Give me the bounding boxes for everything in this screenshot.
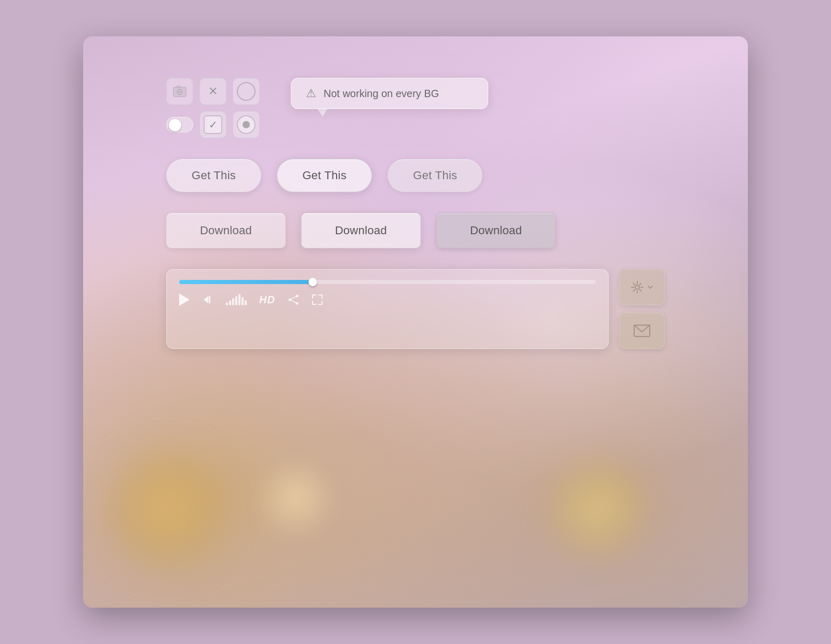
download-buttons-row: Download Download Download <box>166 213 665 248</box>
progress-track[interactable] <box>179 280 596 284</box>
play-button[interactable] <box>179 293 190 306</box>
mail-button[interactable] <box>619 313 665 349</box>
media-side-buttons <box>619 269 665 349</box>
download-button-1[interactable]: Download <box>166 213 286 248</box>
gear-icon <box>631 280 644 294</box>
radio-dot <box>243 121 250 128</box>
svg-line-16 <box>634 284 635 285</box>
svg-rect-2 <box>177 86 181 88</box>
toggle-off-container[interactable] <box>166 111 193 138</box>
get-this-button-2[interactable]: Get This <box>277 159 372 192</box>
x-symbol: ✕ <box>208 85 218 98</box>
volume-button[interactable] <box>202 294 213 305</box>
get-this-button-1[interactable]: Get This <box>166 159 261 192</box>
download-button-3[interactable]: Download <box>436 213 556 248</box>
tooltip-text: Not working on every BG <box>324 88 439 100</box>
svg-point-3 <box>179 91 181 93</box>
checkbox-button[interactable]: ✓ <box>199 111 226 138</box>
chevron-down-icon <box>647 284 653 290</box>
share-button[interactable] <box>288 294 299 305</box>
svg-line-9 <box>290 296 297 300</box>
bokeh-2 <box>540 452 654 566</box>
player-controls: HD <box>179 293 596 306</box>
get-this-buttons-row: Get This Get This Get This <box>166 159 665 192</box>
tooltip-box: ⚠ Not working on every BG <box>291 78 488 109</box>
media-player: HD <box>166 269 609 349</box>
bokeh-1 <box>99 441 234 576</box>
checkmark-symbol: ✓ <box>204 115 222 134</box>
vol-bar-5 <box>238 294 240 305</box>
circle-button[interactable] <box>233 78 260 105</box>
share-icon <box>288 294 299 305</box>
bokeh-3 <box>249 452 343 545</box>
vol-bar-1 <box>226 302 228 305</box>
toggle-knob <box>169 119 181 131</box>
radio-symbol <box>237 115 256 134</box>
vol-bar-3 <box>232 298 234 305</box>
fullscreen-icon <box>312 294 323 305</box>
mail-icon <box>634 325 650 337</box>
svg-rect-5 <box>209 296 210 303</box>
get-this-button-3[interactable]: Get This <box>387 159 482 192</box>
top-row: ✕ ✓ <box>166 78 665 138</box>
svg-line-19 <box>640 284 641 285</box>
radio-button[interactable] <box>233 111 260 138</box>
hd-badge: HD <box>259 294 275 306</box>
camera-icon <box>166 78 193 105</box>
progress-fill <box>179 280 313 284</box>
progress-thumb[interactable] <box>309 278 317 286</box>
close-icon-btn[interactable]: ✕ <box>199 78 226 105</box>
rewind-icon <box>202 294 213 305</box>
fullscreen-button[interactable] <box>312 294 323 305</box>
svg-line-10 <box>290 300 297 303</box>
volume-bars <box>226 294 247 305</box>
vol-bar-4 <box>235 296 237 305</box>
controls-grid: ✕ ✓ <box>166 78 260 138</box>
svg-point-11 <box>635 285 639 289</box>
main-frame: ✕ ✓ <box>83 36 748 608</box>
svg-marker-4 <box>204 296 208 303</box>
circle-symbol <box>237 82 256 101</box>
vol-bar-2 <box>229 300 231 305</box>
svg-line-17 <box>640 290 641 291</box>
play-icon <box>179 293 190 306</box>
download-button-2[interactable]: Download <box>301 213 421 248</box>
warning-icon: ⚠ <box>306 87 316 100</box>
vol-bar-6 <box>242 297 244 305</box>
vol-bar-7 <box>245 300 247 305</box>
toggle-off[interactable] <box>166 117 193 132</box>
settings-button[interactable] <box>619 269 665 305</box>
svg-line-18 <box>634 290 635 291</box>
media-row: HD <box>166 269 665 349</box>
content-area: ✕ ✓ <box>83 36 748 391</box>
